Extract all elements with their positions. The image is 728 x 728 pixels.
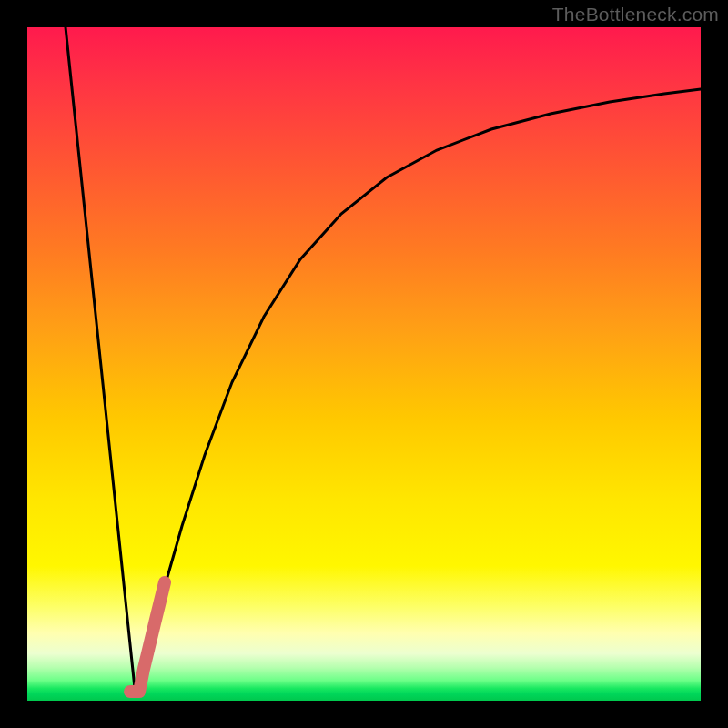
- chart-plot-area: [27, 27, 701, 701]
- chart-curves-svg: [27, 27, 701, 701]
- chart-frame: TheBottleneck.com: [0, 0, 728, 728]
- curve-highlight-segment: [130, 582, 165, 692]
- curve-right-rise: [135, 89, 701, 688]
- watermark-text: TheBottleneck.com: [552, 4, 719, 25]
- curve-left-descent: [66, 27, 135, 688]
